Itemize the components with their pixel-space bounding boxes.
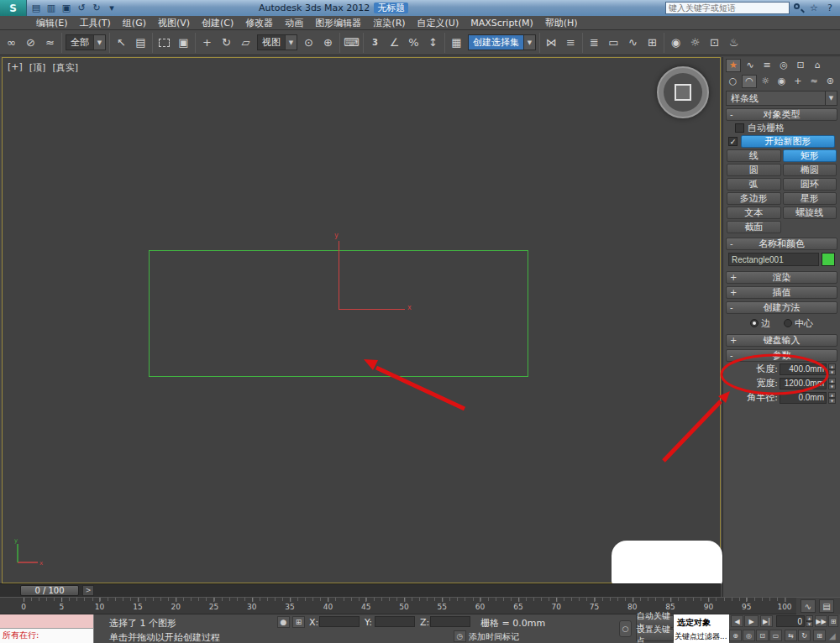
- chevron-down-icon[interactable]: [523, 35, 535, 50]
- edge-radio[interactable]: [750, 319, 759, 327]
- play-button[interactable]: ▶: [744, 615, 759, 627]
- category-spacewarps-icon[interactable]: ≈: [806, 75, 821, 88]
- select-and-manipulate-icon[interactable]: ⊕: [319, 34, 337, 52]
- menu-tools[interactable]: 工具(T): [74, 16, 117, 30]
- rendered-frame-window-icon[interactable]: ⊡: [706, 34, 723, 52]
- search-icon[interactable]: [792, 2, 805, 14]
- set-key-mode-button[interactable]: 设置关键点: [636, 629, 674, 641]
- object-name-field[interactable]: [728, 253, 819, 266]
- selection-filter-dropdown[interactable]: 全部: [66, 34, 106, 50]
- menu-group[interactable]: 组(G): [117, 16, 152, 30]
- category-systems-icon[interactable]: ⊛: [823, 75, 837, 88]
- menu-views[interactable]: 视图(V): [152, 16, 196, 30]
- orbit-button[interactable]: ↻: [798, 630, 811, 641]
- rollout-rendering[interactable]: 渲染: [726, 271, 837, 284]
- chevron-down-icon[interactable]: [93, 35, 105, 50]
- next-frame-button[interactable]: ▶|: [760, 615, 773, 627]
- track-bar[interactable]: 0510152025303540455055606570758085909510…: [0, 597, 796, 614]
- object-color-swatch[interactable]: [822, 253, 835, 266]
- align-icon[interactable]: ≡: [562, 34, 580, 52]
- macro-recorder-field[interactable]: [0, 614, 94, 629]
- edit-named-selection-sets-icon[interactable]: ▦: [448, 34, 465, 52]
- add-time-tag-button[interactable]: 添加时间标记: [469, 631, 519, 643]
- tab-create-icon[interactable]: ★: [726, 59, 741, 72]
- menu-animation[interactable]: 动画: [279, 16, 309, 30]
- length-field[interactable]: [780, 363, 827, 375]
- button-donut[interactable]: 圆环: [783, 178, 837, 191]
- save-file-icon[interactable]: ▣: [59, 1, 74, 15]
- menu-graph-editors[interactable]: 图形编辑器: [309, 16, 367, 30]
- start-new-shape-checkbox[interactable]: [728, 137, 738, 146]
- start-new-shape-button[interactable]: 开始新图形: [741, 135, 835, 148]
- zoom-all-button[interactable]: ◎: [743, 630, 755, 641]
- application-menu-button[interactable]: S: [0, 0, 27, 16]
- tab-display-icon[interactable]: ⊡: [793, 59, 808, 72]
- render-icon[interactable]: ♨: [725, 34, 743, 52]
- corner-radius-spinner[interactable]: [828, 392, 836, 404]
- button-polygon[interactable]: 多边形: [727, 192, 781, 205]
- time-tag-icon[interactable]: ◷: [454, 630, 466, 642]
- time-slider-thumb[interactable]: 0 / 100: [20, 585, 79, 596]
- menu-maxscript[interactable]: MAXScript(M): [465, 16, 539, 30]
- category-helpers-icon[interactable]: +: [790, 75, 805, 88]
- category-lights-icon[interactable]: ☼: [759, 75, 773, 88]
- tab-modify-icon[interactable]: ∿: [743, 59, 758, 72]
- button-section[interactable]: 截面: [727, 221, 781, 233]
- reference-coordinate-dropdown[interactable]: 视图: [257, 34, 297, 50]
- maximize-viewport-button[interactable]: ⊞: [813, 630, 826, 641]
- length-spinner[interactable]: [828, 363, 836, 375]
- percent-snap-icon[interactable]: %: [405, 34, 423, 52]
- zoom-button[interactable]: ⊕: [729, 630, 742, 641]
- unlink-selection-icon[interactable]: ⊘: [22, 34, 39, 52]
- select-and-rotate-icon[interactable]: ↻: [218, 34, 235, 52]
- autogrid-checkbox[interactable]: [735, 123, 744, 133]
- chevron-down-icon[interactable]: [825, 91, 837, 105]
- rollout-creation-method[interactable]: 创建方法: [726, 301, 837, 314]
- mirror-icon[interactable]: ⋈: [543, 34, 560, 52]
- named-selection-sets-dropdown[interactable]: 创建选择集: [468, 34, 536, 50]
- open-file-icon[interactable]: ▥: [44, 1, 59, 15]
- select-and-link-icon[interactable]: ∞: [3, 34, 20, 52]
- new-scene-icon[interactable]: ▤: [29, 1, 44, 15]
- schematic-view-icon[interactable]: ⊞: [643, 34, 661, 52]
- selected-object-dropdown[interactable]: 选定对象: [677, 617, 711, 629]
- favorites-star-icon[interactable]: ☆: [807, 2, 821, 14]
- category-shapes-icon[interactable]: ◠: [742, 75, 756, 88]
- key-filters-button[interactable]: 关键点过滤器...: [675, 631, 727, 642]
- x-coordinate-field[interactable]: [319, 616, 360, 627]
- center-radio[interactable]: [784, 319, 792, 327]
- menu-rendering[interactable]: 渲染(R): [367, 16, 411, 30]
- category-geometry-icon[interactable]: ○: [726, 75, 740, 88]
- category-cameras-icon[interactable]: ◉: [774, 75, 789, 88]
- center-radio-option[interactable]: 中心: [784, 317, 813, 330]
- rollout-name-color[interactable]: 名称和颜色: [726, 238, 837, 250]
- track-bar-filter-icon[interactable]: ▤: [819, 599, 834, 613]
- width-field[interactable]: [780, 378, 827, 389]
- z-coordinate-field[interactable]: [430, 616, 470, 627]
- rollout-parameters[interactable]: 参数: [726, 349, 837, 362]
- menu-modifiers[interactable]: 修改器: [239, 16, 279, 30]
- select-and-move-icon[interactable]: +: [198, 34, 216, 52]
- help-icon[interactable]: ?: [823, 2, 837, 14]
- y-coordinate-field[interactable]: [375, 616, 415, 627]
- set-key-icon[interactable]: ○: [619, 620, 632, 637]
- window-crossing-icon[interactable]: ▣: [175, 34, 192, 52]
- time-configuration-button[interactable]: ⊞: [828, 615, 838, 627]
- use-pivot-center-icon[interactable]: ⊙: [300, 34, 318, 52]
- button-line[interactable]: 线: [727, 149, 781, 162]
- frame-spinner[interactable]: [806, 615, 813, 627]
- bind-to-spacewarp-icon[interactable]: ≈: [41, 34, 59, 52]
- mini-curve-editor-icon[interactable]: ∿: [801, 599, 816, 613]
- viewport-pov-menu[interactable]: [顶]: [29, 61, 46, 74]
- viewport-general-menu[interactable]: [+]: [8, 61, 23, 74]
- curve-editor-icon[interactable]: ∿: [624, 34, 642, 52]
- tab-utilities-icon[interactable]: ⌂: [810, 59, 825, 72]
- viewcube[interactable]: [657, 66, 709, 118]
- tab-hierarchy-icon[interactable]: ≡: [759, 59, 774, 72]
- rectangular-selection-region-icon[interactable]: [155, 34, 173, 52]
- chevron-down-icon[interactable]: [285, 35, 297, 50]
- menu-help[interactable]: 帮助(H): [539, 16, 584, 30]
- keyboard-shortcut-override-icon[interactable]: ⌨: [343, 34, 360, 52]
- selection-lock-icon[interactable]: ●: [277, 616, 290, 628]
- button-star[interactable]: 星形: [783, 192, 837, 205]
